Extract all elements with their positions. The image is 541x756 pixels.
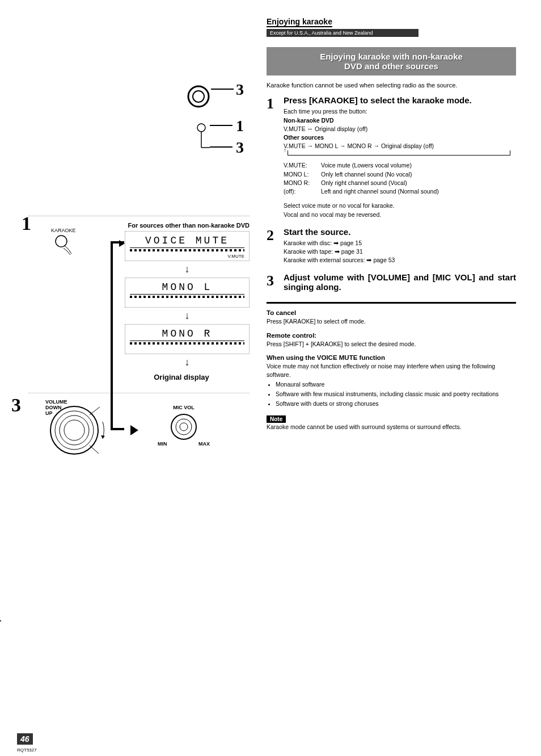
svg-point-0 (188, 86, 209, 107)
ext-ref: Karaoke with external sources: ➡ page 53 (284, 257, 395, 263)
voice-mute-heading: When using the VOICE MUTE function (267, 354, 516, 361)
note-badge: Note (267, 415, 286, 423)
step-number: 3 (267, 272, 284, 294)
list-item: Monaural software (276, 380, 516, 389)
select-note-2: Vocal and no vocal may be reversed. (284, 211, 381, 218)
down-arrow-icon: ↓ (125, 356, 250, 368)
mode-definitions: V.MUTE:Voice mute (Lowers vocal volume) … (284, 161, 516, 196)
tape-ref: Karaoke with tape: ➡ page 31 (284, 248, 363, 255)
down-arrow-icon: ↓ (125, 263, 250, 275)
select-note-1: Select voice mute or no vocal for karaok… (284, 202, 395, 209)
display-mono-r: MONO R (125, 324, 250, 354)
page-title: Enjoying karaoke (267, 17, 332, 27)
non-karaoke-dvd-label: Non-karaoke DVD (284, 117, 334, 124)
play-icon (130, 425, 138, 435)
svg-line-10 (90, 407, 100, 415)
svg-point-5 (56, 236, 67, 247)
nk-sequence: V.MUTE ↔ Original display (off) (284, 125, 367, 132)
device-illustration: 3 1 3 (28, 17, 250, 216)
knob-icon (187, 85, 210, 110)
voice-mute-list: Monaural software Software with few musi… (267, 380, 516, 408)
region-except-box: Except for U.S.A., Australia and New Zea… (267, 29, 419, 37)
callout-number: 1 (236, 117, 244, 135)
disc-ref: Karaoke with disc: ➡ page 15 (284, 240, 362, 246)
page-number: 46 (17, 733, 33, 745)
step-number: 2 (267, 227, 284, 265)
volume-label: VOLUME (45, 399, 113, 405)
karaoke-button-illustration: KARAOKE (51, 228, 76, 257)
other-sequence: V.MUTE → MONO L → MONO R → Original disp… (284, 142, 434, 149)
step-title: Start the source. (284, 227, 516, 237)
svg-point-14 (176, 419, 192, 435)
indicator-text: V.MUTE (228, 254, 245, 259)
for-sources-label: For sources other than non-karaoke DVD (102, 222, 250, 229)
intro-text: Karaoke function cannot be used when sel… (267, 81, 516, 90)
callout-number: 3 (236, 138, 244, 157)
remote-text: Press [SHIFT] + [KARAOKE] to select the … (267, 340, 516, 348)
def-key: V.MUTE: (284, 161, 321, 170)
display-voice-mute: VOICE MUTE V.MUTE (125, 231, 250, 261)
def-val: Only left channel sound (No vocal) (321, 170, 412, 179)
volume-knob: VOLUME DOWN UP (45, 399, 113, 461)
display-stack: VOICE MUTE V.MUTE ↓ MONO L ↓ MONO R ↓ (125, 231, 250, 368)
step-number-1: 1 (22, 213, 31, 234)
banner-line-1: Enjoying karaoke with non-karaoke (320, 52, 463, 61)
section-1: 1 KARAOKE For sources other than non-kar… (11, 222, 250, 381)
section-3: 3 VOLUME DOWN UP (11, 399, 250, 461)
page-code: RQT5327 (17, 747, 37, 753)
jack-icon (193, 122, 210, 163)
step-2: 2 Start the source. Karaoke with disc: ➡… (267, 227, 516, 265)
banner-line-2: DVD and other sources (344, 61, 438, 71)
other-sources-label: Other sources (284, 134, 324, 141)
display-text: MONO R (130, 328, 244, 341)
voice-mute-text: Voice mute may not function effectively … (267, 362, 516, 379)
karaoke-label: KARAOKE (51, 228, 76, 233)
to-cancel-heading: To cancel (267, 309, 516, 316)
svg-point-2 (197, 124, 205, 132)
remote-heading: Remote control: (267, 332, 516, 339)
side-tab: KARAOKE operations (0, 588, 1, 665)
step-title: Press [KARAOKE] to select the karaoke mo… (284, 95, 516, 105)
note-text: Karaoke mode cannot be used with surroun… (267, 423, 516, 431)
display-mono-l: MONO L (125, 278, 250, 308)
callout-number: 3 (236, 81, 244, 99)
step-3: 3 Adjust volume with [VOLUME] and [MIC V… (267, 272, 516, 294)
list-item: Software with few musical instruments, i… (276, 390, 516, 398)
step-1: 1 Press [KARAOKE] to select the karaoke … (267, 95, 516, 219)
def-key: MONO L: (284, 170, 321, 179)
svg-point-7 (55, 411, 94, 450)
step-number: 1 (267, 95, 284, 219)
down-arrow-icon: ↓ (125, 310, 250, 322)
list-item: Software with duets or strong choruses (276, 400, 516, 408)
mic-vol-knob: MIC VOL MIN MAX (155, 405, 212, 456)
display-text: VOICE MUTE (130, 235, 244, 248)
svg-marker-12 (101, 435, 105, 439)
step-number-3: 3 (11, 394, 21, 416)
mic-vol-label: MIC VOL (155, 405, 212, 410)
svg-line-11 (90, 446, 99, 453)
original-display-label: Original display (113, 373, 250, 381)
section-banner: Enjoying karaoke with non-karaoke DVD an… (267, 47, 516, 75)
max-label: MAX (198, 441, 210, 447)
left-column: 3 1 3 1 KARAOKE (11, 17, 261, 461)
def-key: MONO R: (284, 179, 321, 187)
def-key: (off): (284, 187, 321, 196)
each-time-text: Each time you press the button: (284, 108, 367, 115)
step-title: Adjust volume with [VOLUME] and [MIC VOL… (284, 272, 516, 292)
def-val: Only right channel sound (Vocal) (321, 179, 407, 187)
def-val: Voice mute (Lowers vocal volume) (321, 161, 412, 170)
right-column: Enjoying karaoke Except for U.S.A., Aust… (261, 17, 516, 461)
svg-point-15 (180, 423, 188, 431)
def-val: Left and right channel sound (Normal sou… (321, 187, 439, 196)
to-cancel-text: Press [KARAOKE] to select off mode. (267, 317, 516, 326)
svg-point-13 (171, 414, 196, 439)
min-label: MIN (158, 441, 167, 447)
svg-point-1 (193, 91, 204, 102)
display-text: MONO L (130, 282, 244, 295)
svg-point-9 (64, 420, 84, 440)
